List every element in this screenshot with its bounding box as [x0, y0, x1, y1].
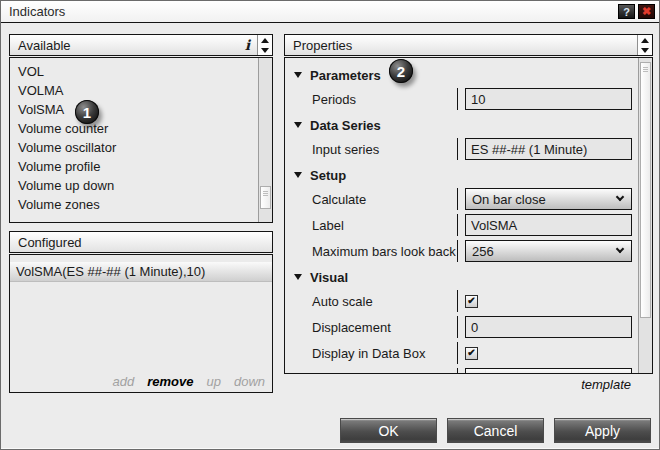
periods-input[interactable] [465, 88, 632, 110]
scrollbar-grip-icon [641, 63, 650, 72]
scroll-down-button[interactable] [258, 45, 272, 55]
configured-list: VolSMA(ES ##-## (1 Minute),10) [10, 262, 272, 282]
label-input[interactable] [465, 214, 632, 236]
group-header-parameters[interactable]: Parameters [285, 66, 638, 84]
scrollbar-grip-icon [261, 187, 270, 196]
help-button[interactable]: ? [618, 4, 635, 19]
close-icon: ✖ [642, 5, 651, 18]
callout-badge-1: 1 [75, 100, 99, 124]
auto-scale-checkbox[interactable] [465, 295, 478, 308]
property-label: Displacement [312, 320, 457, 335]
window-title: Indicators [9, 4, 65, 19]
available-item-volume-profile[interactable]: Volume profile [10, 157, 258, 176]
close-button[interactable]: ✖ [638, 4, 655, 19]
scroll-down-button[interactable] [638, 45, 652, 55]
available-scrollbar-thumb[interactable] [260, 186, 271, 209]
up-link: up [206, 374, 220, 389]
add-link: add [113, 374, 135, 389]
available-item-vol[interactable]: VOL [10, 62, 258, 81]
property-row-calculate: CalculateOn bar close [285, 188, 638, 210]
cancel-button[interactable]: Cancel [447, 418, 544, 443]
grid-separator [457, 316, 458, 338]
displacement-input[interactable] [465, 316, 632, 338]
property-row-display-in-data-box: Display in Data Box [285, 342, 638, 364]
ok-button[interactable]: OK [340, 418, 437, 443]
apply-button[interactable]: Apply [554, 418, 651, 443]
available-item-volume-counter[interactable]: Volume counter [10, 119, 258, 138]
property-row-label: Label [285, 214, 638, 236]
down-link: down [234, 374, 265, 389]
callout-badge-2: 2 [389, 59, 413, 83]
select-value: New panel [472, 372, 533, 374]
property-row-input-series: Input series [285, 138, 638, 160]
grid-separator [457, 368, 458, 373]
property-label: Display in Data Box [312, 346, 457, 361]
available-item-volume-zones[interactable]: Volume zones [10, 195, 258, 214]
grid-separator [457, 214, 458, 236]
collapse-triangle-icon [294, 72, 302, 78]
chevron-down-icon [616, 245, 624, 253]
calculate-select[interactable]: On bar close [465, 188, 632, 210]
chevron-down-icon [616, 193, 624, 201]
property-label: Maximum bars look back [312, 244, 457, 259]
collapse-triangle-icon [294, 172, 302, 178]
dialog-footer: OK Cancel Apply [340, 418, 651, 443]
title-bar[interactable]: Indicators ? ✖ [1, 1, 659, 23]
group-header-visual[interactable]: Visual [285, 268, 638, 286]
callout-badge-2-number: 2 [397, 63, 405, 80]
group-header-data-series[interactable]: Data Series [285, 116, 638, 134]
property-row-displacement: Displacement [285, 316, 638, 338]
group-label: Visual [310, 270, 348, 285]
available-item-volume-up-down[interactable]: Volume up down [10, 176, 258, 195]
panel-select[interactable]: New panel [465, 368, 632, 373]
remove-link[interactable]: remove [147, 374, 193, 389]
grid-separator [457, 342, 458, 364]
available-scrollbar-track[interactable] [258, 58, 272, 222]
triangle-up-icon [261, 38, 269, 43]
select-value: On bar close [472, 192, 546, 207]
collapse-triangle-icon [294, 274, 302, 280]
available-list: VOLVOLMAVolSMAVolume counterVolume oscil… [10, 58, 258, 222]
configured-actions: addremoveupdown [113, 374, 266, 389]
available-item-volsma[interactable]: VolSMA [10, 100, 258, 119]
info-icon[interactable]: i [245, 37, 250, 53]
properties-panel: ParametersPeriodsData SeriesInput series… [284, 57, 653, 374]
configured-item-volsma-es-1-minute-10[interactable]: VolSMA(ES ##-## (1 Minute),10) [10, 262, 272, 282]
grid-separator [457, 88, 458, 110]
scroll-up-button[interactable] [638, 35, 652, 45]
group-label: Setup [310, 168, 346, 183]
input-series-input[interactable] [465, 138, 632, 160]
callout-badge-1-number: 1 [83, 104, 91, 121]
properties-scroll-arrows [637, 35, 652, 55]
properties-content: ParametersPeriodsData SeriesInput series… [285, 58, 638, 373]
property-row-auto-scale: Auto scale [285, 290, 638, 312]
configured-header: Configured [9, 231, 273, 253]
grid-separator [457, 138, 458, 160]
select-value: 256 [472, 244, 494, 259]
scroll-up-button[interactable] [258, 35, 272, 45]
available-header-label: Available [18, 38, 71, 53]
properties-scrollbar-track[interactable] [638, 58, 652, 373]
triangle-down-icon [261, 48, 269, 53]
group-header-setup[interactable]: Setup [285, 166, 638, 184]
triangle-up-icon [641, 38, 649, 43]
available-item-volma[interactable]: VOLMA [10, 81, 258, 100]
property-row-maximum-bars-look-back: Maximum bars look back256 [285, 240, 638, 262]
available-item-volume-oscillator[interactable]: Volume oscillator [10, 138, 258, 157]
available-panel: VOLVOLMAVolSMAVolume counterVolume oscil… [9, 57, 273, 223]
titlebar-buttons: ? ✖ [618, 4, 655, 19]
properties-header-label: Properties [293, 38, 352, 53]
template-link[interactable]: template [581, 377, 631, 392]
configured-header-label: Configured [18, 235, 82, 250]
question-mark-icon: ? [623, 6, 630, 18]
property-label: Calculate [312, 192, 457, 207]
property-label: Periods [312, 92, 457, 107]
property-label: Label [312, 218, 457, 233]
properties-scrollbar-thumb[interactable] [640, 62, 651, 318]
group-label: Data Series [310, 118, 381, 133]
property-row-periods: Periods [285, 88, 638, 110]
grid-separator [457, 290, 458, 312]
display-in-data-box-checkbox[interactable] [465, 347, 478, 360]
maximum-bars-look-back-select[interactable]: 256 [465, 240, 632, 262]
property-label: Auto scale [312, 294, 457, 309]
